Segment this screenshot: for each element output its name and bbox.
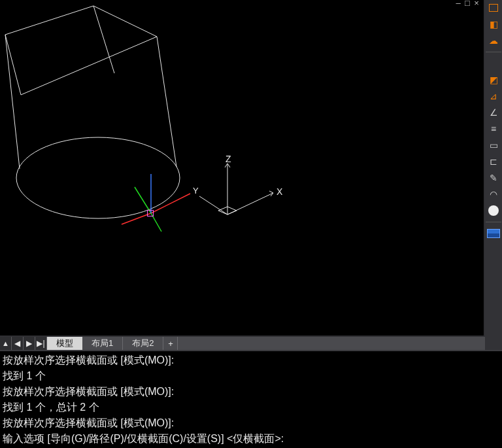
shape-icon[interactable]: ◧ [486,18,501,31]
rect-open-icon[interactable]: ⊏ [486,155,501,168]
tab-layout2[interactable]: 布局2 [123,337,163,350]
tab-layout1[interactable]: 布局1 [82,337,123,350]
wireframe-drawing: Z X Y [0,0,485,337]
model-viewport[interactable]: Z X Y – □ × [0,0,485,337]
axis-y-label: Y [193,186,199,196]
cloud-icon[interactable]: ☁ [486,34,501,47]
svg-line-1 [5,35,20,169]
tab-nav-last[interactable]: ▶| [35,337,47,350]
square-icon[interactable] [486,57,501,70]
circle-icon[interactable] [486,204,501,217]
command-line: 找到 1 个，总计 2 个 [3,400,499,415]
svg-line-5 [199,196,227,215]
layout-tabs: ▲ ◀ ▶ ▶| 模型 布局1 布局2 + [0,337,485,350]
angle-icon[interactable]: ∠ [486,106,501,119]
toolbar-separator-2 [486,222,501,222]
svg-point-0 [16,137,180,218]
join-icon[interactable]: ⊿ [486,90,501,103]
tab-model[interactable]: 模型 [47,337,82,350]
command-line: 输入选项 [导向(G)/路径(P)/仅横截面(C)/设置(S)] <仅横截面>: [3,431,499,447]
tab-nav-prev[interactable]: ◀ [12,337,24,350]
tab-nav-next[interactable]: ▶ [24,337,35,350]
pick-cursor [147,210,154,216]
tablue-icon[interactable] [486,227,501,240]
rect-icon[interactable]: ▭ [486,139,501,152]
svg-line-2 [157,37,176,167]
edge-icon[interactable]: ✎ [486,171,501,184]
viewport-minimize-icon[interactable]: – [455,0,461,7]
tab-add-button[interactable]: + [163,337,178,350]
command-line: 按放样次序选择横截面或 [模式(MO)]: [3,384,499,400]
axis-x-label: X [276,186,283,197]
lines-icon[interactable]: ≡ [486,122,501,135]
tab-nav-first[interactable]: ▲ [0,337,12,350]
arc-icon[interactable]: ◠ [486,188,501,201]
svg-line-9 [135,187,151,213]
axis-z-label: Z [226,154,231,164]
main-area: Z X Y – □ × [0,0,485,337]
command-line: 按放样次序选择横截面或 [模式(MO)]: [3,353,499,368]
viewport-window-controls: – □ × [455,0,480,7]
command-line: 按放样次序选择横截面或 [模式(MO)]: [3,415,499,431]
command-line: 找到 1 个 [3,368,499,384]
viewport-restore-icon[interactable]: □ [464,0,471,7]
viewport-close-icon[interactable]: × [473,0,480,7]
command-window[interactable]: 按放样次序选择横截面或 [模式(MO)]: 找到 1 个 按放样次序选择横截面或… [0,350,502,448]
chamfer-icon[interactable]: ◩ [486,73,501,86]
toolbar-separator [486,52,501,52]
cube-icon[interactable] [486,1,501,14]
